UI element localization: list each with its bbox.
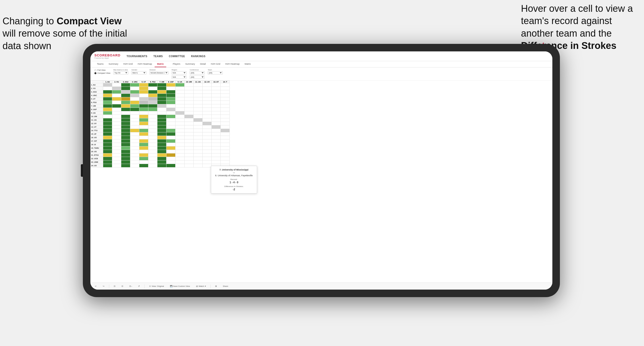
matrix-cell[interactable]: [175, 104, 185, 108]
tab-summary[interactable]: Summary: [106, 61, 121, 67]
matrix-cell[interactable]: [166, 150, 175, 153]
matrix-cell[interactable]: [130, 97, 139, 101]
tab-players[interactable]: Players: [170, 61, 183, 67]
matrix-cell[interactable]: [166, 157, 175, 160]
matrix-cell[interactable]: [112, 129, 121, 132]
matrix-cell[interactable]: [221, 146, 230, 150]
matrix-cell[interactable]: [148, 160, 157, 164]
matrix-cell[interactable]: [103, 143, 112, 146]
matrix-cell[interactable]: [130, 132, 139, 136]
matrix-cell[interactable]: [194, 139, 203, 143]
matrix-cell[interactable]: [166, 139, 175, 143]
matrix-cell[interactable]: [175, 94, 185, 97]
matrix-cell[interactable]: [221, 136, 230, 139]
matrix-cell[interactable]: [139, 160, 148, 164]
full-view-option[interactable]: Full View: [94, 69, 110, 71]
matrix-cell[interactable]: [212, 122, 221, 125]
matrix-cell[interactable]: [121, 101, 130, 104]
matrix-cell[interactable]: [103, 87, 112, 90]
matrix-cell[interactable]: [157, 157, 166, 160]
compact-view-option[interactable]: Compact View: [94, 72, 110, 74]
matrix-cell[interactable]: [139, 101, 148, 104]
matrix-cell[interactable]: [221, 83, 230, 87]
matrix-cell[interactable]: [148, 129, 157, 132]
matrix-cell[interactable]: [103, 118, 112, 122]
matrix-cell[interactable]: [139, 150, 148, 153]
matrix-cell[interactable]: [185, 150, 194, 153]
matrix-cell[interactable]: [139, 157, 148, 160]
matrix-cell[interactable]: [148, 153, 157, 157]
matrix-cell[interactable]: [121, 157, 130, 160]
matrix-cell[interactable]: [139, 146, 148, 150]
matrix-cell[interactable]: [212, 90, 221, 94]
matrix-cell[interactable]: [175, 97, 185, 101]
matrix-cell[interactable]: [112, 94, 121, 97]
matrix-cell[interactable]: [148, 115, 157, 118]
matrix-cell[interactable]: [166, 83, 175, 87]
matrix-cell[interactable]: [221, 104, 230, 108]
matrix-cell[interactable]: [212, 153, 221, 157]
matrix-cell[interactable]: [139, 108, 148, 111]
matrix-cell[interactable]: [130, 129, 139, 132]
matrix-cell[interactable]: [148, 164, 157, 167]
matrix-cell[interactable]: [103, 146, 112, 150]
matrix-cell[interactable]: [194, 111, 203, 115]
matrix-cell[interactable]: [103, 125, 112, 129]
matrix-cell[interactable]: [103, 94, 112, 97]
matrix-cell[interactable]: [157, 108, 166, 111]
matrix-cell[interactable]: [157, 94, 166, 97]
matrix-cell[interactable]: [112, 108, 121, 111]
matrix-cell[interactable]: [203, 101, 212, 104]
matrix-cell[interactable]: [166, 118, 175, 122]
matrix-cell[interactable]: [175, 83, 185, 87]
save-custom-button[interactable]: 💾 Save Custom View: [168, 285, 192, 288]
matrix-cell[interactable]: [103, 104, 112, 108]
matrix-cell[interactable]: [112, 150, 121, 153]
matrix-cell[interactable]: [212, 160, 221, 164]
matrix-cell[interactable]: [148, 94, 157, 97]
matrix-cell[interactable]: [130, 146, 139, 150]
matrix-cell[interactable]: [185, 160, 194, 164]
matrix-cell[interactable]: [112, 164, 121, 167]
matrix-cell[interactable]: [166, 108, 175, 111]
matrix-cell[interactable]: [112, 97, 121, 101]
matrix-cell[interactable]: [130, 153, 139, 157]
matrix-cell[interactable]: [203, 164, 212, 167]
nav-teams[interactable]: TEAMS: [153, 54, 163, 59]
nav-rankings[interactable]: RANKINGS: [191, 54, 205, 59]
matrix-cell[interactable]: [148, 101, 157, 104]
matrix-cell[interactable]: [203, 87, 212, 90]
matrix-cell[interactable]: [185, 111, 194, 115]
matrix-cell[interactable]: [112, 125, 121, 129]
grid-icon[interactable]: ⊞: [214, 285, 218, 288]
matrix-cell[interactable]: [157, 150, 166, 153]
tab-players-matrix[interactable]: Matrix: [242, 61, 253, 67]
matrix-cell[interactable]: [139, 122, 148, 125]
matrix-cell[interactable]: [130, 83, 139, 87]
matrix-cell[interactable]: [212, 115, 221, 118]
matrix-cell[interactable]: [103, 108, 112, 111]
matrix-cell[interactable]: [175, 150, 185, 153]
matrix-cell[interactable]: [139, 143, 148, 146]
matrix-cell[interactable]: [203, 90, 212, 94]
matrix-cell[interactable]: [112, 146, 121, 150]
matrix-cell[interactable]: [175, 101, 185, 104]
matrix-cell[interactable]: [194, 94, 203, 97]
matrix-cell[interactable]: [185, 157, 194, 160]
matrix-cell[interactable]: [221, 125, 230, 129]
matrix-cell[interactable]: [166, 129, 175, 132]
matrix-cell[interactable]: [175, 153, 185, 157]
matrix-cell[interactable]: [157, 122, 166, 125]
matrix-cell[interactable]: [139, 136, 148, 139]
tab-players-h2h-grid[interactable]: H2H Grid: [208, 61, 223, 67]
matrix-cell[interactable]: [130, 104, 139, 108]
matrix-cell[interactable]: [148, 125, 157, 129]
matrix-cell[interactable]: [194, 87, 203, 90]
matrix-cell[interactable]: [194, 153, 203, 157]
matrix-cell[interactable]: [121, 97, 130, 101]
matrix-cell[interactable]: [175, 157, 185, 160]
matrix-cell[interactable]: [221, 118, 230, 122]
matrix-cell[interactable]: [121, 90, 130, 94]
matrix-cell[interactable]: [148, 87, 157, 90]
matrix-cell[interactable]: [221, 101, 230, 104]
